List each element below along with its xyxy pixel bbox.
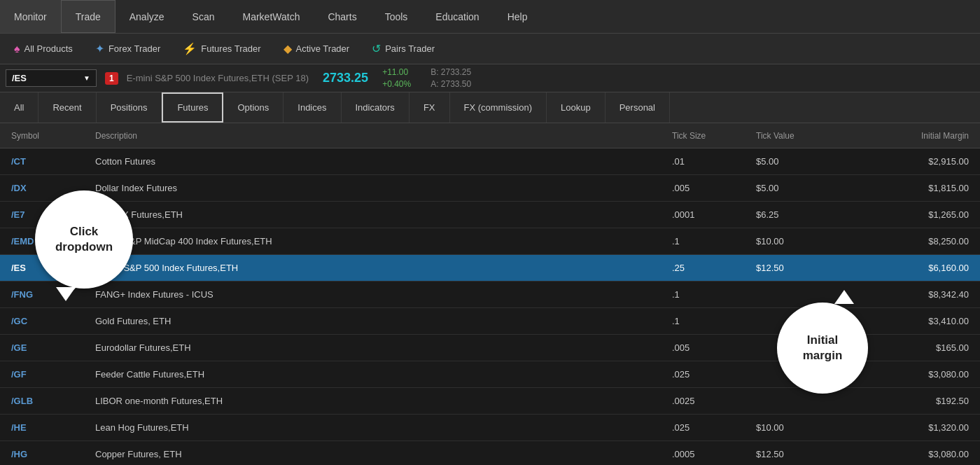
nav-scan[interactable]: Scan: [178, 0, 229, 33]
tab-positions[interactable]: Positions: [97, 92, 162, 123]
cell-symbol: /HE: [6, 422, 90, 433]
col-header-ticksize: Tick Size: [666, 131, 750, 141]
cell-description: Feeder Cattle Futures,ETH: [90, 369, 666, 380]
tab-fx-commission[interactable]: FX (commission): [450, 92, 547, 123]
subnav-active-trader-label: Active Trader: [296, 43, 350, 54]
table-row[interactable]: /EMD E-mini S&P MidCap 400 Index Futures…: [0, 228, 980, 255]
cell-ticksize: .025: [666, 369, 750, 380]
nav-help[interactable]: Help: [493, 0, 542, 33]
cell-initialmargin: $3,410.00: [848, 316, 974, 326]
cell-initialmargin: $6,160.00: [848, 263, 974, 273]
futures-trader-icon: ⚡: [183, 42, 197, 55]
nav-charts[interactable]: Charts: [314, 0, 370, 33]
cell-ticksize: .1: [666, 236, 750, 247]
cell-ticksize: .005: [666, 342, 750, 353]
table-header: Symbol Description Tick Size Tick Value …: [0, 123, 980, 148]
cell-ticksize: .01: [666, 156, 750, 167]
cell-ticksize: .1: [666, 289, 750, 300]
nav-monitor[interactable]: Monitor: [0, 0, 61, 33]
ticker-ask: A: 2733.50: [430, 78, 471, 90]
ticker-price: 2733.25: [323, 71, 368, 85]
tab-recent[interactable]: Recent: [38, 92, 96, 123]
tab-options[interactable]: Options: [223, 92, 284, 123]
col-header-description: Description: [90, 131, 666, 141]
ticker-change-percent: +0.40%: [382, 78, 411, 90]
nav-trade[interactable]: Trade: [61, 0, 115, 33]
tab-indices[interactable]: Indices: [284, 92, 341, 123]
col-header-tickvalue: Tick Value: [750, 131, 848, 141]
subnav-all-products[interactable]: ♠ All Products: [3, 34, 84, 64]
cell-description: E-mini S&P MidCap 400 Index Futures,ETH: [90, 236, 666, 247]
futures-table: /CT Cotton Futures .01 $5.00 $2,915.00 /…: [0, 148, 980, 465]
ticker-change-amount: +11.00: [382, 67, 411, 78]
tab-all[interactable]: All: [0, 92, 38, 123]
subnav-forex-trader-label: Forex Trader: [108, 43, 160, 54]
cell-ticksize: .0005: [666, 449, 750, 459]
cell-ticksize: .0025: [666, 396, 750, 406]
table-row[interactable]: /CT Cotton Futures .01 $5.00 $2,915.00: [0, 148, 980, 175]
nav-marketwatch[interactable]: MarketWatch: [228, 0, 314, 33]
cell-tickvalue: $5.00: [750, 156, 848, 167]
subnav-futures-trader[interactable]: ⚡ Futures Trader: [172, 34, 272, 64]
subnav-active-trader[interactable]: ◆ Active Trader: [272, 34, 361, 64]
cell-description: Lean Hog Futures,ETH: [90, 422, 666, 433]
cell-tickvalue: $12.50: [750, 449, 848, 459]
callout-dropdown-line2: dropdown: [55, 240, 113, 255]
cell-ticksize: .025: [666, 422, 750, 433]
all-products-icon: ♠: [14, 43, 20, 55]
subnav-forex-trader[interactable]: ✦ Forex Trader: [84, 34, 172, 64]
cell-initialmargin: $3,080.00: [848, 449, 974, 459]
nav-tools[interactable]: Tools: [371, 0, 422, 33]
cell-initialmargin: $1,265.00: [848, 209, 974, 220]
callout-margin-line1: Initial: [807, 333, 838, 348]
cell-tickvalue: $10.00: [750, 236, 848, 247]
tab-lookup[interactable]: Lookup: [547, 92, 606, 123]
cell-initialmargin: $8,342.40: [848, 289, 974, 300]
cell-symbol: /FNG: [6, 289, 90, 300]
tab-personal[interactable]: Personal: [606, 92, 670, 123]
table-row[interactable]: /E7 Euro FX Futures,ETH .0001 $6.25 $1,2…: [0, 202, 980, 228]
ticker-description: E-mini S&P 500 Index Futures,ETH (SEP 18…: [127, 73, 309, 83]
nav-education[interactable]: Education: [421, 0, 493, 33]
alert-badge[interactable]: 1: [105, 72, 118, 85]
table-row[interactable]: /DX Dollar Index Futures .005 $5.00 $1,8…: [0, 175, 980, 202]
cell-symbol: /GE: [6, 342, 90, 353]
cell-description: Dollar Index Futures: [90, 183, 666, 193]
subnav-pairs-trader[interactable]: ↺ Pairs Trader: [360, 34, 446, 64]
cell-initialmargin: $8,250.00: [848, 236, 974, 247]
table-row[interactable]: /HE Lean Hog Futures,ETH .025 $10.00 $1,…: [0, 415, 980, 441]
cell-symbol: /HG: [6, 449, 90, 459]
cell-symbol: /GF: [6, 369, 90, 380]
cell-tickvalue: $6.25: [750, 209, 848, 220]
cell-tickvalue: $10.00: [750, 422, 848, 433]
cell-description: Euro FX Futures,ETH: [90, 209, 666, 220]
cell-description: E-mini S&P 500 Index Futures,ETH: [90, 263, 666, 273]
table-row[interactable]: /HG Copper Futures, ETH .0005 $12.50 $3,…: [0, 441, 980, 465]
cell-symbol: /GC: [6, 316, 90, 326]
callout-margin-line2: margin: [803, 348, 843, 363]
col-header-symbol: Symbol: [6, 131, 90, 141]
cell-description: Gold Futures, ETH: [90, 316, 666, 326]
sub-navigation: ♠ All Products ✦ Forex Trader ⚡ Futures …: [0, 34, 980, 64]
cell-symbol: /GLB: [6, 396, 90, 406]
cell-description: LIBOR one-month Futures,ETH: [90, 396, 666, 406]
table-row[interactable]: /ES E-mini S&P 500 Index Futures,ETH .25…: [0, 255, 980, 282]
ticker-bar: /ES ▼ 1 E-mini S&P 500 Index Futures,ETH…: [0, 64, 980, 92]
nav-analyze[interactable]: Analyze: [115, 0, 178, 33]
cell-ticksize: .0001: [666, 209, 750, 220]
cell-tickvalue: $12.50: [750, 263, 848, 273]
tab-fx[interactable]: FX: [410, 92, 450, 123]
subnav-all-products-label: All Products: [24, 43, 73, 54]
subnav-futures-trader-label: Futures Trader: [201, 43, 260, 54]
cell-description: FANG+ Index Futures - ICUS: [90, 289, 666, 300]
tab-indicators[interactable]: Indicators: [342, 92, 410, 123]
subnav-pairs-trader-label: Pairs Trader: [385, 43, 435, 54]
symbol-dropdown[interactable]: /ES ▼: [6, 69, 97, 87]
cell-ticksize: .1: [666, 316, 750, 326]
cell-description: Eurodollar Futures,ETH: [90, 342, 666, 353]
pairs-trader-icon: ↺: [372, 42, 381, 55]
cell-initialmargin: $2,915.00: [848, 156, 974, 167]
cell-initialmargin: $192.50: [848, 396, 974, 406]
cell-tickvalue: $5.00: [750, 183, 848, 193]
tab-futures[interactable]: Futures: [162, 92, 223, 123]
